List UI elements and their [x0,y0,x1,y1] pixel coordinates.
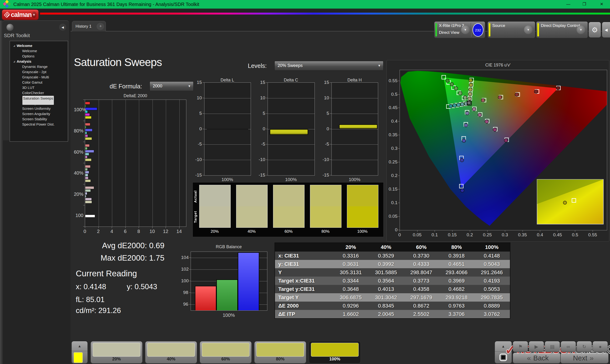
cell-value: 291.2646 [474,268,509,277]
tree-item-welcome[interactable]: Welcome [10,48,68,54]
tree-section-analysis[interactable]: ◢Analysis [10,59,68,64]
x-tick-label: 2 [95,229,102,234]
next-label: Next [573,354,587,362]
flag-button[interactable]: ⚑ [513,341,528,352]
tree-item-grayscale-2pt[interactable]: Grayscale - 2pt [10,69,68,75]
tree-section-welcome[interactable]: ◢Welcome [10,43,68,48]
deltae-bar [85,177,88,179]
y-tick-label: -15 [318,172,329,178]
tree-item-color-gamut[interactable]: Color Gamut [10,80,68,85]
target-swatch [199,206,230,228]
target-swatch [310,206,341,228]
levels-select[interactable]: 20% Sweeps ▼ [274,61,383,70]
tree-item-options[interactable]: Options [10,54,68,59]
actual-swatch [199,185,230,206]
status-orb-icon[interactable] [6,24,14,31]
add-tab-button[interactable]: + [97,23,104,30]
y-tick [330,82,331,83]
cell-value: 293.4066 [439,268,474,277]
levels-value: 20% Sweeps [278,63,303,68]
y-tick-label: -10 [254,157,265,162]
deltae-bar [85,144,90,147]
stop-button[interactable] [499,353,507,361]
x-tick [179,227,180,228]
gridline [205,114,251,114]
deltae-bar [85,137,92,140]
group-label: 20% [74,192,83,197]
yellow-measured-circle [469,88,472,91]
tree-item-screen-angularity[interactable]: Screen Angularity [10,111,68,117]
sidebar-collapse-button[interactable]: ◀ [59,24,66,31]
tab-label: History 1 [76,24,91,29]
gridline [268,160,314,160]
x-tick [85,227,85,228]
display-control-dropdown[interactable]: Direct Display Control ▼ [536,21,588,38]
meter-dropdown[interactable]: X-Rite i1Pro 2 Direct View ▼ 232 [434,21,485,38]
restore-button[interactable]: ❐ [579,0,589,9]
loop-button[interactable]: ∞ [561,341,576,352]
group-label: 80% [74,128,83,134]
refresh-button[interactable]: ↻ [577,341,592,352]
group-tick [83,205,85,205]
y-tick [398,216,400,217]
pattern-swatch-20%[interactable]: 20% [91,341,143,364]
close-button[interactable]: ✕ [597,0,607,9]
expand-up-button[interactable]: ▲ [72,341,88,351]
y-tick-label: -10 [191,157,202,162]
swatch-chip [311,343,359,357]
panel-collapse-button[interactable]: ◀ [602,22,610,38]
tree-item-grayscale-multi[interactable]: Grayscale - Multi [10,75,68,80]
y-tick-label: 0.15 [387,186,397,192]
record-button[interactable]: ● [593,341,608,352]
table-row: y: CIE310.36310.39920.43330.46510.5043 [275,260,510,268]
next-arrow-icon: » [589,354,594,362]
red-measured-circle [498,95,502,99]
tree-item-dynamic-range[interactable]: Dynamic Range [10,64,68,69]
back-button[interactable]: « Back [513,352,560,364]
yellow-measured-circle [468,97,472,101]
tree-expander-icon[interactable]: ◢ [13,60,15,63]
source-dropdown[interactable]: Source ▼ [488,21,535,38]
y-tick-label: 15 [254,80,265,85]
max-de2000: Max dE2000: 1.75 [79,253,164,262]
chart-title: Delta C [268,78,314,83]
meter-count-badge[interactable]: 232 [472,23,483,37]
minimize-button[interactable]: — [563,0,573,9]
y-tick-label: 0.3 [387,146,397,151]
swatch-60% [273,185,305,228]
calman-logo-text: calman [11,11,32,19]
next-button[interactable]: Next » [560,352,609,364]
cell-value: 0.4682 [439,285,474,293]
green-measured-circle [450,82,454,86]
gridline [139,100,139,227]
calman-menu-button[interactable]: calman ▼ [2,10,39,20]
deltae-bar [85,174,88,177]
page-title: Saturation Sweeps [74,56,162,69]
de-formula-select[interactable]: 2000 ▼ [150,81,194,91]
swatch-20% [199,185,231,228]
tree-item-label: Screen Angularity [22,112,50,116]
pattern-swatch-100%[interactable]: 100% [309,341,361,364]
tree-item-label: Welcome [22,49,37,53]
cell-value: 0.3648 [333,285,368,293]
tree-item-colorchecker[interactable]: ColorChecker [10,90,68,95]
group-label: 60% [74,149,83,155]
tab-history-1[interactable]: History 1 + [72,21,106,31]
expand-up-button[interactable]: ▲ [495,341,512,351]
tree-item-3d-lut[interactable]: 3D LUT [10,85,68,90]
delta-h-chart: Delta H151050-5-10-15100% [318,78,380,182]
actual-swatch [310,185,341,206]
tree-expander-icon[interactable]: ◢ [13,45,15,47]
tree-item-label: Screen Stability [22,117,47,121]
settings-button[interactable]: ⚙ [589,22,601,38]
tree-item-spectral-power-dist-[interactable]: Spectral Power Dist. [10,122,68,127]
tree-item-screen-stability[interactable]: Screen Stability [10,117,68,122]
play-button[interactable]: ▶ [529,341,544,352]
pattern-swatch-60%[interactable]: 60% [200,341,252,364]
pattern-swatch-40%[interactable]: 40% [145,341,197,364]
tree-item-screen-uniformity[interactable]: Screen Uniformity [10,106,68,111]
red-measured-circle [481,98,485,102]
swatch-80% [310,185,341,228]
list-button[interactable]: ▤ [545,341,560,352]
pattern-swatch-80%[interactable]: 80% [254,341,306,364]
